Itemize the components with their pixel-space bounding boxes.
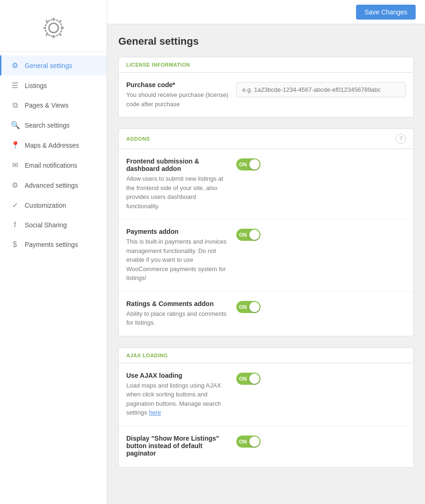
sidebar-item-listings[interactable]: ☰Listings <box>0 75 107 95</box>
sidebar-icon-maps-addresses: 📍 <box>11 141 19 150</box>
section-header-addons: ADDONS? <box>119 129 413 149</box>
toggle-track-show-more-listings: ON <box>236 436 260 448</box>
sidebar-item-maps-addresses[interactable]: 📍Maps & Addresses <box>0 135 107 155</box>
sidebar-label-listings: Listings <box>25 82 47 89</box>
toggle-payments-addon[interactable]: ON <box>236 229 260 241</box>
section-ajax-loading: AJAX LOADINGUse AJAX loadingLoad maps an… <box>118 347 414 468</box>
row-label-frontend-submission: Frontend submission & dashboard addonAll… <box>126 157 229 211</box>
sidebar-icon-advanced-settings: ⚙ <box>11 181 19 190</box>
purchase-code-input[interactable] <box>236 82 406 97</box>
row-label-title-show-more-listings: Display "Show More Listings" button inst… <box>126 435 229 457</box>
toggle-ratings-comments[interactable]: ON <box>236 301 260 313</box>
row-label-ratings-comments: Ratings & Comments addonAbility to place… <box>126 300 229 327</box>
toggle-on-label-ratings-comments: ON <box>239 304 247 310</box>
sidebar-item-general-settings[interactable]: ⚙General settings <box>0 55 107 75</box>
toggle-knob-frontend-submission <box>249 159 260 170</box>
sidebar-item-customization[interactable]: ✓Customization <box>0 195 107 215</box>
sidebar-label-pages-views: Pages & Views <box>25 102 69 109</box>
svg-point-0 <box>49 23 58 33</box>
row-label-title-ratings-comments: Ratings & Comments addon <box>126 300 229 307</box>
section-header-ajax-loading: AJAX LOADING <box>119 348 413 363</box>
toggle-track-payments-addon: ON <box>236 229 260 241</box>
row-label-purchase-code: Purchase code*You should receive purchas… <box>126 81 229 109</box>
row-label-use-ajax-loading: Use AJAX loadingLoad maps and listings u… <box>126 372 229 417</box>
settings-row-payments-addon: Payments addonThis is built-in payments … <box>119 219 413 292</box>
content-area: General settings LICENSE INFORMATIONPurc… <box>107 24 425 497</box>
help-icon-addons[interactable]: ? <box>396 134 406 144</box>
row-control-ratings-comments: ON <box>236 300 406 313</box>
row-control-purchase-code <box>236 81 406 97</box>
gear-logo-icon <box>40 14 68 42</box>
sidebar-icon-listings: ☰ <box>11 81 19 90</box>
section-title-license-information: LICENSE INFORMATION <box>126 62 190 68</box>
settings-row-use-ajax-loading: Use AJAX loadingLoad maps and listings u… <box>119 363 413 426</box>
row-label-title-purchase-code: Purchase code* <box>126 81 229 89</box>
sidebar-icon-payments-settings: $ <box>11 240 19 249</box>
sidebar-icon-search-settings: 🔍 <box>11 121 19 129</box>
topbar: Save Changes <box>107 0 425 24</box>
toggle-knob-show-more-listings <box>249 436 260 447</box>
row-label-desc-ratings-comments: Ability to place ratings and comments fo… <box>126 309 229 327</box>
sidebar-nav: ⚙General settings☰Listings⧉Pages & Views… <box>0 52 107 504</box>
toggle-show-more-listings[interactable]: ON <box>236 436 260 448</box>
row-control-show-more-listings: ON <box>236 435 406 448</box>
sidebar-icon-customization: ✓ <box>11 201 19 210</box>
row-label-title-use-ajax-loading: Use AJAX loading <box>126 372 229 379</box>
sidebar-item-advanced-settings[interactable]: ⚙Advanced settings <box>0 175 107 195</box>
sidebar-logo <box>0 0 107 52</box>
row-label-desc-payments-addon: This is built-in payments and invoices m… <box>126 237 229 283</box>
settings-row-show-more-listings: Display "Show More Listings" button inst… <box>119 426 413 467</box>
settings-row-purchase-code: Purchase code*You should receive purchas… <box>119 73 413 117</box>
sidebar-label-maps-addresses: Maps & Addresses <box>25 142 79 149</box>
toggle-track-frontend-submission: ON <box>236 158 260 170</box>
row-label-title-frontend-submission: Frontend submission & dashboard addon <box>126 157 229 172</box>
sidebar-item-search-settings[interactable]: 🔍Search settings <box>0 115 107 135</box>
sidebar-label-payments-settings: Payments settings <box>25 241 78 248</box>
row-label-desc-frontend-submission: Allow users to submit new listings at th… <box>126 174 229 211</box>
toggle-track-ratings-comments: ON <box>236 301 260 313</box>
row-label-payments-addon: Payments addonThis is built-in payments … <box>126 228 229 283</box>
row-label-title-payments-addon: Payments addon <box>126 228 229 235</box>
row-label-desc-purchase-code: You should receive purchase (license) co… <box>126 90 229 109</box>
page-title: General settings <box>118 35 414 48</box>
row-label-show-more-listings: Display "Show More Listings" button inst… <box>126 435 229 459</box>
sidebar-label-social-sharing: Social Sharing <box>25 221 67 229</box>
toggle-knob-ratings-comments <box>249 302 260 312</box>
settings-row-frontend-submission: Frontend submission & dashboard addonAll… <box>119 149 413 219</box>
toggle-use-ajax-loading[interactable]: ON <box>236 373 260 385</box>
section-title-addons: ADDONS <box>126 136 150 142</box>
row-label-desc-use-ajax-loading: Load maps and listings using AJAX when c… <box>126 381 229 417</box>
row-control-frontend-submission: ON <box>236 157 406 170</box>
row-control-use-ajax-loading: ON <box>236 372 406 385</box>
sidebar-item-pages-views[interactable]: ⧉Pages & Views <box>0 95 107 115</box>
toggle-on-label-payments-addon: ON <box>239 232 247 238</box>
sidebar-label-advanced-settings: Advanced settings <box>25 182 78 189</box>
section-license-information: LICENSE INFORMATIONPurchase code*You sho… <box>118 57 414 117</box>
toggle-knob-payments-addon <box>249 230 260 240</box>
section-header-license-information: LICENSE INFORMATION <box>119 57 413 73</box>
sidebar-icon-general-settings: ⚙ <box>11 61 19 70</box>
toggle-on-label-show-more-listings: ON <box>239 439 247 444</box>
sidebar-label-email-notifications: Email notifications <box>25 162 77 169</box>
toggle-on-label-use-ajax-loading: ON <box>239 376 247 381</box>
main-content: Save Changes General settings LICENSE IN… <box>107 0 425 504</box>
toggle-frontend-submission[interactable]: ON <box>236 158 260 170</box>
save-changes-button[interactable]: Save Changes <box>356 5 416 20</box>
sidebar-item-payments-settings[interactable]: $Payments settings <box>0 235 107 254</box>
sidebar: ⚙General settings☰Listings⧉Pages & Views… <box>0 0 107 504</box>
row-control-payments-addon: ON <box>236 228 406 241</box>
sidebar-label-customization: Customization <box>25 202 66 209</box>
toggle-on-label-frontend-submission: ON <box>239 162 247 167</box>
sidebar-item-email-notifications[interactable]: ✉Email notifications <box>0 155 107 175</box>
section-title-ajax-loading: AJAX LOADING <box>126 353 168 358</box>
settings-row-ratings-comments: Ratings & Comments addonAbility to place… <box>119 292 413 336</box>
sidebar-item-social-sharing[interactable]: fSocial Sharing <box>0 215 107 235</box>
toggle-track-use-ajax-loading: ON <box>236 373 260 385</box>
sidebar-label-general-settings: General settings <box>25 62 72 69</box>
ajax-settings-link[interactable]: here <box>149 409 161 416</box>
sidebar-icon-email-notifications: ✉ <box>11 161 19 170</box>
sidebar-icon-social-sharing: f <box>11 221 19 229</box>
sections-container: LICENSE INFORMATIONPurchase code*You sho… <box>118 57 414 468</box>
sidebar-label-search-settings: Search settings <box>25 122 70 129</box>
sidebar-icon-pages-views: ⧉ <box>11 101 19 109</box>
